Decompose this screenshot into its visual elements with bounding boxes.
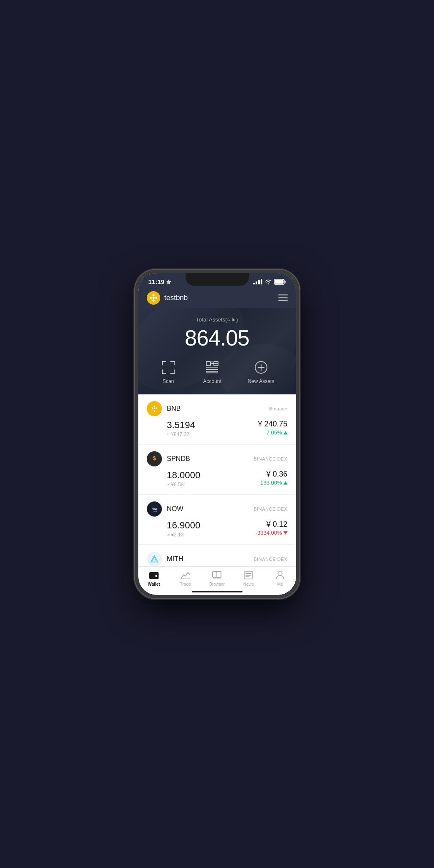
action-buttons: Scan: [147, 359, 288, 384]
account-label: Account: [203, 378, 221, 384]
now-balance: 16.9000: [167, 520, 201, 531]
battery-icon: [274, 279, 286, 285]
asset-item-spndb[interactable]: $ SPNDB BINANCE DEX 18.0000 ≈ ¥6.58 ¥ 0.…: [138, 445, 296, 495]
spndb-icon: $: [147, 451, 162, 466]
trade-label: Trade: [180, 582, 191, 587]
svg-rect-9: [162, 370, 163, 374]
bnb-balance: 3.5194: [167, 420, 195, 431]
nav-trade[interactable]: Trade: [173, 570, 198, 587]
bnb-change: 7.05%: [258, 429, 287, 436]
wallet-label: Wallet: [148, 582, 160, 587]
hero-section: Total Assets(≈ ¥ ) 864.05: [138, 308, 296, 394]
svg-point-20: [255, 362, 267, 373]
svg-rect-18: [206, 371, 218, 372]
spndb-name: SPNDB: [167, 455, 190, 463]
bnb-cny: ≈ ¥847.32: [167, 431, 195, 437]
status-time: 11:19: [148, 278, 171, 285]
header-left: testbnb: [147, 291, 188, 305]
now-name: NOW: [167, 505, 183, 513]
now-icon: NOW TOKEN: [147, 501, 162, 517]
screen: 11:19: [138, 273, 296, 595]
svg-rect-4: [162, 361, 166, 362]
svg-rect-35: [213, 577, 221, 579]
account-icon: [204, 359, 221, 376]
now-exchange: BINANCE DEX: [253, 506, 287, 512]
svg-rect-8: [162, 373, 166, 374]
bnb-logo-icon: [147, 291, 160, 305]
svg-rect-7: [174, 361, 175, 365]
bnb-icon: [147, 401, 162, 416]
menu-button[interactable]: [278, 295, 288, 301]
svg-rect-32: [155, 575, 157, 577]
bnb-price: ¥ 240.75: [258, 420, 287, 429]
nav-me[interactable]: Me: [267, 570, 293, 587]
me-icon: [275, 570, 285, 580]
nav-wallet[interactable]: Wallet: [141, 570, 167, 587]
app-header: testbnb: [138, 288, 296, 308]
svg-rect-39: [245, 575, 251, 576]
svg-rect-5: [162, 361, 163, 365]
svg-rect-2: [275, 280, 283, 284]
bnb-name: BNB: [167, 405, 181, 413]
account-name: testbnb: [164, 294, 188, 302]
svg-text:NOW: NOW: [151, 508, 156, 510]
svg-rect-14: [211, 363, 218, 364]
asset-item-mith[interactable]: MITH BINANCE DEX 22.8900 ≈ ¥8.02 ¥ 0.35 …: [138, 545, 296, 566]
browser-label: Browser: [209, 582, 225, 587]
svg-rect-17: [206, 369, 218, 370]
wallet-icon: [149, 570, 159, 580]
svg-rect-12: [206, 362, 210, 366]
spndb-balance: 18.0000: [167, 470, 201, 481]
asset-list: BNB Binance 3.5194 ≈ ¥847.32 ¥ 240.75 7.…: [138, 394, 296, 566]
scan-button[interactable]: Scan: [160, 359, 177, 384]
asset-item-now[interactable]: NOW TOKEN NOW BINANCE DEX 16.9000 ≈ ¥2.1…: [138, 495, 296, 545]
phone-frame: 11:19: [135, 270, 299, 598]
svg-rect-19: [206, 372, 218, 373]
new-assets-button[interactable]: New Assets: [248, 359, 274, 384]
now-change-down-icon: [283, 531, 288, 535]
svg-rect-31: [149, 573, 159, 574]
total-label: Total Assets(≈ ¥ ): [147, 316, 288, 323]
asset-item-bnb[interactable]: BNB Binance 3.5194 ≈ ¥847.32 ¥ 240.75 7.…: [138, 394, 296, 445]
svg-rect-13: [211, 362, 213, 362]
scan-icon: [160, 359, 177, 376]
svg-rect-1: [285, 281, 286, 283]
spndb-change-up-icon: [283, 481, 288, 485]
total-amount: 864.05: [147, 325, 288, 351]
news-label: News: [243, 582, 254, 587]
news-icon: [243, 570, 253, 580]
mith-name: MITH: [167, 555, 183, 563]
wifi-icon: [265, 279, 272, 284]
svg-rect-11: [174, 370, 175, 374]
browser-icon: [212, 570, 222, 580]
me-label: Me: [277, 582, 283, 587]
trade-icon: [181, 570, 191, 580]
status-icons: [253, 279, 286, 285]
spndb-price: ¥ 0.36: [260, 470, 287, 479]
notch: [186, 273, 249, 286]
svg-rect-16: [214, 362, 218, 366]
account-button[interactable]: Account: [203, 359, 221, 384]
scan-label: Scan: [162, 378, 174, 384]
spndb-cny: ≈ ¥6.58: [167, 482, 201, 488]
mith-exchange: BINANCE DEX: [253, 557, 287, 562]
svg-text:TOKEN: TOKEN: [151, 511, 157, 512]
now-change: -3334.00%: [256, 530, 288, 536]
svg-rect-40: [245, 576, 249, 577]
mith-icon: [147, 552, 162, 566]
bnb-change-up-icon: [283, 431, 288, 434]
home-indicator: [192, 591, 243, 592]
location-icon: [166, 279, 171, 284]
spndb-exchange: BINANCE DEX: [253, 456, 287, 461]
svg-text:$: $: [153, 455, 156, 461]
nav-browser[interactable]: Browser: [204, 570, 229, 587]
nav-news[interactable]: News: [236, 570, 261, 587]
svg-rect-33: [181, 579, 190, 579]
now-price: ¥ 0.12: [256, 520, 288, 529]
new-assets-label: New Assets: [248, 378, 274, 384]
now-cny: ≈ ¥2.13: [167, 532, 201, 538]
svg-rect-21: [261, 364, 261, 371]
svg-point-41: [278, 571, 282, 576]
signal-icon: [253, 279, 262, 284]
spndb-change: 133.00%: [260, 480, 287, 486]
